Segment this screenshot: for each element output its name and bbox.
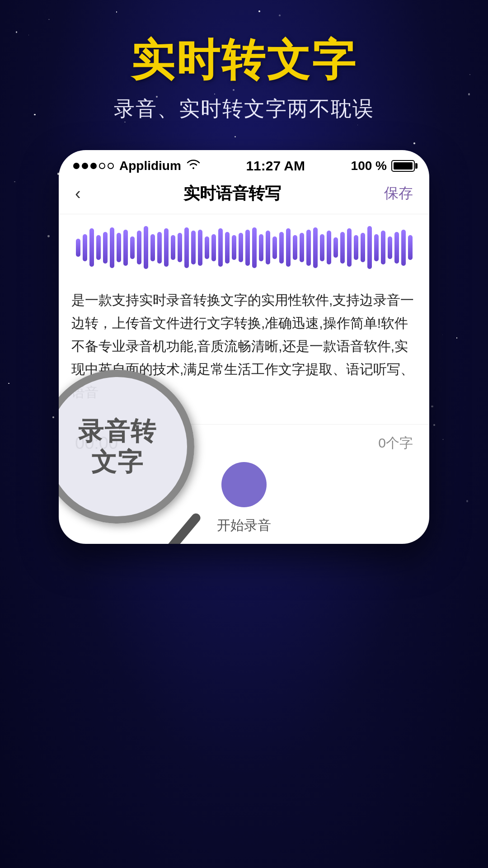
battery-percent: 100 % (351, 159, 387, 173)
phone-mockup: Applidium 11:27 AM 100 % ‹ 实时 (59, 150, 429, 544)
waveform-bar (340, 232, 345, 264)
waveform-bar (225, 232, 230, 264)
waveform-bar (157, 232, 162, 264)
waveform-bar (150, 234, 155, 261)
waveform-bar (144, 226, 148, 269)
waveform-bar (232, 235, 236, 260)
magnifier: 录音转文字 (59, 370, 194, 524)
magnifier-text: 录音转文字 (78, 416, 157, 476)
status-time: 11:27 AM (246, 158, 305, 174)
battery-icon (391, 160, 415, 172)
waveform-bar (313, 227, 318, 268)
waveform-bar (347, 228, 352, 267)
carrier-name: Applidium (119, 159, 181, 173)
waveform-bar (367, 226, 372, 269)
waveform-bar (83, 234, 87, 261)
signal-dot-5 (108, 163, 114, 169)
waveform-bar (306, 230, 311, 266)
signal-dots (73, 163, 114, 169)
waveform-bar (96, 235, 101, 260)
waveform-bar (374, 234, 379, 261)
page-title: 实时语音转写 (183, 183, 281, 205)
hero-title: 实时转文字 (0, 36, 488, 84)
waveform-bar (401, 230, 406, 266)
signal-dot-2 (82, 163, 88, 169)
waveform-bar (259, 234, 263, 261)
waveform-bar (320, 234, 324, 261)
waveform-bar (89, 228, 94, 267)
waveform-bar (191, 231, 196, 264)
waveform-bar (272, 236, 277, 259)
waveform-bar (245, 230, 250, 266)
waveform-bar (354, 235, 358, 260)
waveform-bar (178, 233, 182, 262)
phone-wrapper: Applidium 11:27 AM 100 % ‹ 实时 (0, 150, 488, 544)
waveform-bar (171, 235, 175, 260)
waveform-bar (239, 233, 243, 262)
waveform-bar (211, 234, 216, 261)
waveform-bar (164, 228, 169, 267)
battery-fill (394, 162, 413, 170)
waveform-bar (266, 231, 270, 264)
waveform-bar (333, 237, 338, 258)
waveform-bar (300, 233, 304, 262)
hero-section: 实时转文字 录音、实时转文字两不耽误 (0, 0, 488, 123)
waveform-bar (198, 230, 202, 266)
waveform-bar (327, 231, 331, 264)
waveform-bar (388, 236, 392, 259)
waveform-bar (218, 228, 223, 267)
waveform-bar (123, 230, 128, 266)
waveform-bar (286, 228, 291, 267)
waveform-bar (381, 231, 385, 264)
save-button[interactable]: 保存 (384, 184, 413, 203)
content-with-magnifier: 录音转文字 是一款支持实时录音转换文字的实用性软件,支持边录音一边转，上传音文件… (59, 279, 429, 424)
waveform-bar (76, 239, 80, 257)
waveform-bar (293, 235, 297, 260)
waveform-bar (279, 232, 284, 264)
waveform-bar (103, 232, 108, 264)
char-count: 0个字 (378, 434, 413, 453)
wifi-icon (187, 159, 200, 173)
waveform-bar (408, 235, 413, 260)
magnifier-overlay: 录音转文字 (59, 370, 194, 524)
waveform-bar (184, 227, 189, 268)
signal-dot-1 (73, 163, 80, 169)
waveform-bar (361, 233, 365, 262)
waveform-bar (130, 236, 135, 259)
waveform (71, 225, 417, 270)
record-button[interactable] (221, 462, 267, 507)
nav-bar: ‹ 实时语音转写 保存 (59, 178, 429, 214)
waveform-bar (252, 227, 257, 268)
waveform-bar (394, 232, 399, 264)
waveform-bar (117, 233, 121, 262)
waveform-bar (205, 236, 209, 259)
signal-dot-3 (90, 163, 97, 169)
waveform-bar (110, 227, 114, 268)
waveform-container (59, 214, 429, 279)
back-button[interactable]: ‹ (75, 184, 81, 203)
waveform-bar (137, 231, 141, 264)
status-left: Applidium (73, 159, 200, 173)
hero-subtitle: 录音、实时转文字两不耽误 (0, 95, 488, 123)
status-bar: Applidium 11:27 AM 100 % (59, 150, 429, 178)
signal-dot-4 (99, 163, 105, 169)
status-right: 100 % (351, 159, 415, 173)
